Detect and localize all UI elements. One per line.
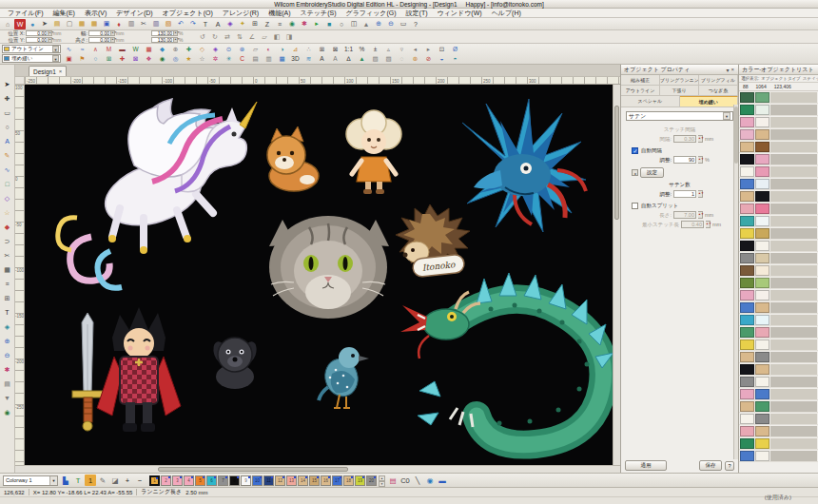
toolbar-icon[interactable]: ✱ bbox=[299, 19, 310, 29]
drawing-tool-icon[interactable]: ○ bbox=[1, 121, 13, 133]
palette-tool-icon[interactable]: 1 bbox=[85, 475, 96, 486]
palette-tool-icon[interactable]: ✎ bbox=[97, 475, 108, 486]
color-object-row[interactable] bbox=[739, 227, 818, 240]
transform-icon[interactable]: ◧ bbox=[271, 31, 282, 42]
thread-swatch[interactable]: 4 bbox=[184, 475, 194, 486]
toolbar-icon[interactable]: ⊞ bbox=[249, 19, 261, 29]
menu-item[interactable]: ファイル(F) bbox=[3, 9, 49, 18]
toolbar-icon[interactable]: W bbox=[14, 19, 26, 29]
stitch-tool-icon[interactable]: A bbox=[329, 54, 341, 63]
toolbar-icon[interactable]: A bbox=[212, 19, 224, 29]
stitch-tool-icon[interactable]: ▵ bbox=[382, 45, 395, 53]
toolbar-icon[interactable]: ■ bbox=[323, 19, 335, 29]
drawing-tool-icon[interactable]: ✱ bbox=[1, 363, 13, 376]
color-swatch[interactable] bbox=[755, 278, 769, 288]
stitch-tool-icon[interactable]: ⊙ bbox=[223, 45, 235, 53]
drawing-tool-icon[interactable]: A bbox=[1, 135, 13, 147]
drawing-tool-icon[interactable]: ⊃ bbox=[1, 235, 13, 247]
stitch-tool-icon[interactable]: ± bbox=[369, 45, 381, 53]
toolbar-icon[interactable]: ▢ bbox=[64, 19, 75, 29]
color-object-row[interactable] bbox=[739, 376, 818, 388]
color-swatch[interactable] bbox=[740, 426, 754, 436]
thread-swatch[interactable]: 8 bbox=[229, 475, 240, 486]
stitch-tool-icon[interactable]: ▱ bbox=[249, 45, 262, 53]
stitch-tool-icon[interactable]: ✚ bbox=[183, 45, 195, 53]
drawing-tool-icon[interactable]: ▭ bbox=[1, 107, 13, 119]
drawing-tool-icon[interactable]: T bbox=[1, 306, 13, 319]
thread-swatch[interactable]: 18 bbox=[343, 475, 354, 486]
design-bird[interactable] bbox=[319, 347, 369, 408]
color-swatch[interactable] bbox=[755, 142, 769, 152]
outline-stitch-combo[interactable]: アウトライン ▼ bbox=[2, 45, 61, 53]
stitch-tool-icon[interactable]: ◎ bbox=[169, 54, 182, 63]
color-object-row[interactable] bbox=[739, 450, 818, 462]
transform-icon[interactable]: ↻ bbox=[209, 31, 221, 42]
color-swatch[interactable] bbox=[740, 117, 754, 127]
settings-button[interactable]: 設定 bbox=[640, 167, 664, 178]
stitch-tool-icon[interactable]: ⊛ bbox=[409, 54, 421, 63]
color-swatch[interactable] bbox=[740, 92, 754, 103]
stitch-tool-icon[interactable]: ∿ bbox=[63, 45, 75, 53]
colorway-combo[interactable]: Colorway 1 ▼ bbox=[3, 475, 58, 486]
toolbar-icon[interactable]: T bbox=[200, 19, 211, 29]
palette-tool-icon[interactable]: ╲ bbox=[412, 475, 423, 486]
thread-swatch[interactable]: 6 bbox=[206, 475, 217, 486]
color-swatch[interactable] bbox=[740, 142, 754, 152]
field-input[interactable]: 0.00 bbox=[88, 37, 111, 43]
color-swatch[interactable] bbox=[740, 352, 754, 362]
color-swatch[interactable] bbox=[740, 364, 754, 375]
save-button[interactable]: 保存 bbox=[699, 460, 722, 471]
palette-spinner[interactable]: ▲▼ bbox=[379, 475, 385, 486]
spacing-input[interactable]: 0.30 bbox=[673, 135, 696, 143]
color-swatch[interactable] bbox=[740, 105, 754, 115]
color-swatch[interactable] bbox=[755, 204, 769, 214]
properties-tab[interactable]: 縮み補正 bbox=[621, 75, 660, 85]
color-object-row[interactable] bbox=[739, 413, 818, 425]
color-object-row[interactable] bbox=[739, 339, 818, 351]
color-swatch[interactable] bbox=[740, 278, 754, 288]
color-swatch[interactable] bbox=[755, 339, 769, 350]
stitch-tool-icon[interactable]: % bbox=[356, 45, 368, 53]
drawing-tool-icon[interactable]: ∿ bbox=[1, 164, 13, 176]
toolbar-icon[interactable]: ▣ bbox=[101, 19, 112, 29]
color-swatch[interactable] bbox=[740, 339, 754, 350]
drawing-tool-icon[interactable]: ◆ bbox=[1, 221, 13, 233]
stitch-tool-icon[interactable]: ◌ bbox=[396, 54, 408, 63]
design-hedgehog[interactable]: Itonoko bbox=[396, 204, 470, 278]
color-object-row[interactable] bbox=[739, 240, 818, 252]
design-dragon-big[interactable] bbox=[400, 273, 613, 445]
thread-swatch[interactable]: 12 bbox=[275, 475, 285, 486]
menu-item[interactable]: デザイン(D) bbox=[111, 9, 157, 18]
transform-icon[interactable]: ◨ bbox=[283, 31, 295, 42]
color-swatch[interactable] bbox=[755, 241, 769, 251]
color-swatch[interactable] bbox=[740, 414, 754, 424]
thread-swatch[interactable]: 14 bbox=[298, 475, 308, 486]
drawing-tool-icon[interactable]: ➤ bbox=[1, 78, 13, 90]
color-object-row[interactable] bbox=[739, 363, 818, 376]
color-swatch[interactable] bbox=[740, 154, 754, 165]
color-swatch[interactable] bbox=[755, 352, 769, 362]
toolbar-icon[interactable]: ▦ bbox=[88, 19, 100, 29]
stitch-tool-icon[interactable]: Ø bbox=[449, 45, 461, 53]
stitch-tool-icon[interactable]: C bbox=[236, 54, 248, 63]
stitch-tool-icon[interactable]: ▿ bbox=[396, 45, 408, 53]
color-swatch[interactable] bbox=[755, 426, 769, 436]
color-object-row[interactable] bbox=[739, 388, 818, 400]
design-cat[interactable] bbox=[269, 216, 389, 319]
color-swatch[interactable] bbox=[755, 105, 769, 115]
toolbar-icon[interactable]: ◉ bbox=[286, 19, 298, 29]
color-object-row[interactable] bbox=[739, 437, 818, 450]
toolbar-icon[interactable]: ▤ bbox=[51, 19, 63, 29]
stitch-tool-icon[interactable]: ⊡ bbox=[436, 45, 448, 53]
properties-tab[interactable]: ブリングランニング bbox=[660, 75, 699, 85]
drawing-tool-icon[interactable]: ▼ bbox=[1, 392, 13, 404]
toolbar-icon[interactable]: ▥ bbox=[150, 19, 162, 29]
stitch-tool-icon[interactable]: ★ bbox=[183, 54, 195, 63]
palette-tool-icon[interactable]: ◉ bbox=[424, 475, 436, 486]
color-swatch[interactable] bbox=[755, 327, 769, 338]
color-swatch[interactable] bbox=[740, 179, 754, 189]
color-object-row[interactable] bbox=[739, 178, 818, 190]
color-object-row[interactable] bbox=[739, 153, 818, 165]
thread-swatch[interactable]: 7 bbox=[218, 475, 228, 486]
spinner[interactable]: ▲▼ bbox=[698, 156, 703, 164]
